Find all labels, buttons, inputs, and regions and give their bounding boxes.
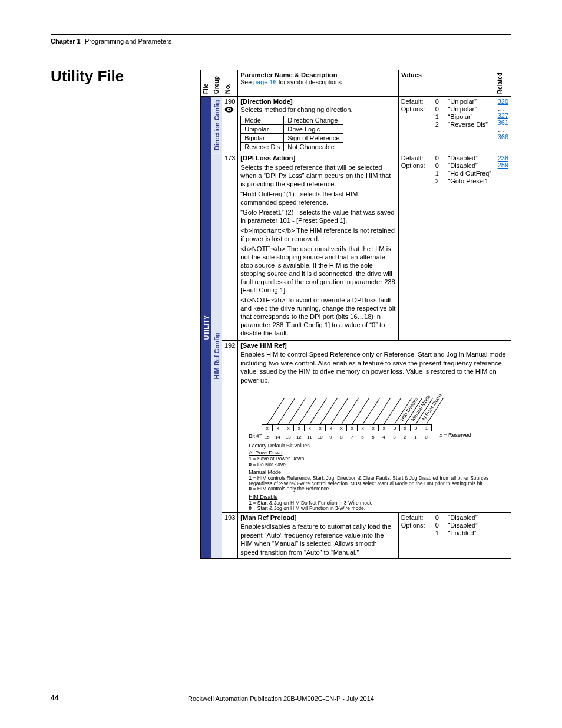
p193-opt0-t: “Disabled” [448, 522, 492, 529]
bit-number-label: 2 [399, 435, 410, 440]
p193-def-lbl: Default: [401, 514, 429, 521]
row-190-values: Default: 0 “Unipolar” Options: 0 “Unipol… [398, 97, 495, 153]
p193-def-n: 0 [435, 514, 442, 521]
svg-point-2 [229, 109, 230, 111]
page-16-link[interactable]: page 16 [253, 78, 277, 85]
p173-desc-line: <b>NOTE:</b> The user must verify that t… [240, 245, 395, 294]
parameter-table: File Group No. Parameter Name & Descript… [200, 70, 511, 559]
row-190-related: 320 … 327 361 … 366 [495, 97, 511, 153]
p173-opt0-n: 0 [435, 162, 442, 169]
no-190: 190 [224, 98, 235, 105]
bit-section-line: 0 = HIM controls only the Reference. [249, 486, 508, 492]
p190-r2c0: Reverse Dis [241, 143, 284, 151]
bit-number-label: 12 [293, 435, 304, 440]
ellipsis-1: … [498, 105, 504, 112]
p173-opt2-n: 2 [435, 177, 442, 185]
p190-r1c1: Sign of Reference [284, 134, 343, 143]
diag-line [384, 398, 401, 425]
p193-opt1-n: 1 [435, 529, 442, 536]
row-173-param: [DPI Loss Action] Selects the speed refe… [238, 153, 398, 341]
bit-value-cell: x [336, 424, 346, 431]
p190-r1c0: Bipolar [241, 134, 284, 143]
link-366[interactable]: 366 [498, 133, 508, 140]
row-193-param: [Man Ref Preload] Enables/disables a fea… [238, 513, 398, 558]
p193-def-t: “Disabled” [448, 514, 492, 521]
link-327[interactable]: 327 [498, 112, 508, 119]
group-him-ref-config: HIM Ref Config [211, 153, 222, 558]
bit-section-line: 1 = HIM controls Reference, Start, Jog, … [249, 476, 508, 487]
p190-def-n: 0 [435, 98, 442, 105]
p190-opt2-t: “Reverse Dis” [448, 121, 492, 128]
p193-name: [Man Ref Preload] [240, 514, 395, 521]
bit-value-cell: x [368, 424, 378, 431]
link-320[interactable]: 320 [498, 98, 508, 105]
group-direction-config: Direction Config [211, 97, 222, 153]
eye-icon [224, 106, 234, 113]
link-238[interactable]: 238 [498, 154, 508, 162]
bit-number-label: 13 [283, 435, 293, 440]
p193-opt0-n: 0 [435, 522, 442, 529]
diag-line [267, 398, 285, 425]
p173-desc-line: <b>Important:</b> The HIM reference is n… [240, 226, 395, 243]
row-192-param: [Save HIM Ref] Enables HIM to control Sp… [238, 341, 511, 513]
p173-desc-line: Selects the speed reference that will be… [240, 163, 395, 188]
reserved-label: x = Reserved [439, 433, 471, 439]
row-173-related: 238 259 [495, 153, 511, 341]
p190-def-t: “Unipolar” [448, 98, 492, 105]
bit-number-label: 0 [421, 435, 431, 440]
link-259[interactable]: 259 [498, 162, 508, 169]
chapter-label: Chapter 1 [51, 38, 81, 45]
bit-value-cell: x [315, 424, 325, 431]
row-190-no: 190 [222, 97, 238, 153]
p190-name: [Direction Mode] [240, 98, 395, 105]
p190-th-mode: Mode [241, 116, 284, 125]
bit-number-label: 11 [304, 435, 315, 440]
row-173-no: 173 [222, 153, 238, 341]
p190-opt2-lbl [401, 121, 429, 128]
col-group: Group [211, 70, 222, 97]
p173-def-t: “Disabled” [448, 154, 492, 162]
link-361[interactable]: 361 [498, 119, 508, 126]
diag-line [288, 398, 306, 425]
section-title: Utility File [51, 67, 124, 85]
p190-r0c1: Drive Logic [284, 125, 343, 134]
bit-value-cell: x [357, 424, 368, 431]
p173-desc-line: “Hold OutFreq” (1) - selects the last HI… [240, 190, 395, 206]
p173-desc-line: “Goto Preset1” (2) - selects the value t… [240, 208, 395, 225]
p192-intro: Enables HIM to control Speed Reference o… [240, 350, 508, 384]
p190-mode-table: ModeDirection Change UnipolarDrive Logic… [240, 116, 343, 151]
col-param-sub-a: See [240, 78, 253, 85]
bit-section-line: 0 = Start & Jog on HIM will Function in … [249, 506, 508, 511]
ellipsis-2: … [498, 126, 504, 133]
p173-opt2-t: “Goto Preset1 [448, 177, 492, 185]
bit-number-label: 15 [262, 435, 272, 440]
bit-number-label: 14 [272, 435, 283, 440]
p190-opt2-n: 2 [435, 121, 442, 128]
bit-value-cell: x [399, 424, 410, 431]
p190-opt1-lbl [401, 113, 429, 120]
p193-opt0-lbl: Options: [401, 522, 429, 529]
diag-line [320, 398, 338, 425]
p190-opt0-lbl: Options: [401, 106, 429, 113]
p173-def-lbl: Default: [401, 154, 429, 162]
bit-value-cell: x [346, 424, 357, 431]
diag-line [309, 398, 327, 425]
bit-section-line: 1 = Save at Power Down [249, 456, 508, 462]
bit-value-cell: 0 [389, 424, 399, 431]
p173-opt1-lbl [401, 170, 429, 177]
p190-r2c1: Not Changeable [284, 143, 343, 151]
bit-value-cell: x [272, 424, 283, 431]
factory-default-label: Factory Default Bit Values [249, 443, 508, 449]
p173-def-n: 0 [435, 154, 442, 162]
row-192-no: 192 [222, 341, 238, 513]
bit-number-label: 5 [368, 435, 378, 440]
row-173-values: Default: 0 “Disabled” Options: 0 “Disabl… [398, 153, 495, 341]
file-utility: UTILITY [201, 97, 211, 558]
bit-section-line: 0 = Do Not Save [249, 462, 508, 467]
bit-number-label: 6 [357, 435, 368, 440]
p173-name: [DPI Loss Action] [240, 154, 395, 162]
col-related: Related [495, 70, 511, 97]
row-193-related [495, 513, 511, 558]
diag-line [362, 398, 380, 425]
p173-desc-line: <b>NOTE:</b> To avoid or override a DPI … [240, 296, 395, 337]
